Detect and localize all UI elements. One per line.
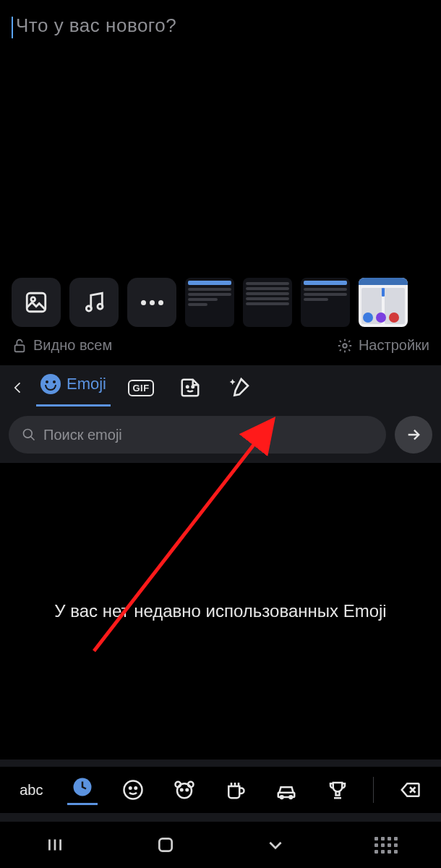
attachment-tray [12,273,441,331]
arrow-right-icon [406,427,421,443]
svg-point-3 [98,304,103,309]
recent-thumb-2[interactable] [243,278,292,327]
recent-thumb-4[interactable] [359,278,408,327]
more-button[interactable] [127,278,176,327]
svg-point-15 [175,782,181,788]
search-placeholder: Поиск emoji [43,427,122,443]
cat-smileys[interactable] [118,775,148,805]
svg-point-2 [86,306,91,311]
music-icon [82,290,106,315]
bear-icon [174,779,195,801]
svg-point-18 [186,789,188,791]
abc-label: abc [20,782,43,799]
compose-area[interactable]: Что у вас нового? [12,14,429,268]
more-icon [141,300,163,305]
nav-recents[interactable] [33,830,77,859]
tab-emoji[interactable]: Emoji [36,370,111,407]
svg-point-7 [192,386,194,388]
privacy-button[interactable]: Видно всем [12,337,112,354]
screen: Что у вас нового? Видн [0,0,441,868]
svg-point-1 [31,297,35,302]
recents-icon [46,835,64,854]
search-go-button[interactable] [395,416,432,454]
photo-icon [24,290,48,315]
category-divider [373,777,374,803]
svg-rect-0 [27,293,46,312]
keyboard-tabs: Emoji GIF [0,365,441,410]
mug-icon [224,779,246,801]
emoji-category-row: abc [0,767,441,813]
sticker-icon [179,377,201,399]
emoji-face-icon [40,374,61,394]
chevron-left-icon [11,380,25,395]
system-nav-bar [0,822,441,868]
cat-travel[interactable] [271,775,301,805]
trophy-icon [327,779,348,801]
svg-point-17 [181,789,183,791]
backspace-icon [399,779,421,801]
settings-label: Настройки [359,337,429,354]
compose-placeholder: Что у вас нового? [16,14,176,36]
settings-button[interactable]: Настройки [337,337,429,354]
meta-row: Видно всем Настройки [12,337,429,354]
svg-point-11 [124,781,142,799]
search-icon [22,427,36,442]
tab-sticker[interactable] [171,373,209,402]
privacy-label: Видно всем [33,337,112,354]
tab-draw[interactable] [220,373,258,402]
svg-point-16 [188,782,194,788]
cat-food[interactable] [220,775,250,805]
svg-point-5 [343,344,347,348]
cat-activities[interactable] [322,775,353,805]
backspace-button[interactable] [395,775,425,805]
emoji-search-input[interactable]: Поиск emoji [9,416,386,454]
nav-keyboard-switch[interactable] [364,830,408,859]
svg-point-8 [24,430,33,438]
gear-icon [337,338,353,354]
emoji-empty-state: У вас нет недавно использованных Emoji [0,463,441,760]
smile-icon [122,779,144,801]
text-cursor [12,17,13,38]
gif-icon: GIF [128,380,153,396]
svg-rect-22 [159,838,171,851]
nav-home[interactable] [144,830,187,859]
recent-thumb-3[interactable] [301,278,350,327]
emoji-search-row: Поиск emoji [0,410,441,462]
svg-point-12 [129,787,132,789]
svg-point-13 [135,787,137,789]
brush-sparkle-icon [228,376,251,399]
add-music-button[interactable] [69,278,119,327]
recent-thumb-1[interactable] [185,278,234,327]
home-icon [156,835,175,854]
svg-point-6 [187,386,189,388]
keyboard-back-button[interactable] [7,377,29,399]
empty-state-text: У вас нет недавно использованных Emoji [54,599,386,624]
cat-recent[interactable] [67,775,98,805]
tab-gif[interactable]: GIF [122,373,160,402]
chevron-down-icon [266,835,285,854]
car-icon [275,779,297,801]
nav-back[interactable] [254,830,297,859]
clock-icon [72,776,93,798]
cat-animals[interactable] [169,775,200,805]
keyboard-grid-icon [374,837,398,854]
abc-button[interactable]: abc [16,775,46,805]
unlock-icon [12,338,27,354]
svg-point-14 [177,783,192,798]
tab-emoji-label: Emoji [67,375,106,393]
svg-rect-4 [15,345,25,352]
add-photo-button[interactable] [12,278,61,327]
